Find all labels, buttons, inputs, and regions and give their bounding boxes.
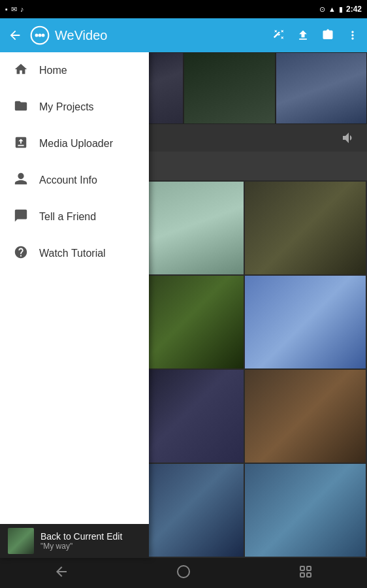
recents-nav-icon bbox=[298, 564, 313, 580]
wifi-icon: ▲ bbox=[328, 5, 336, 13]
nav-bar bbox=[0, 558, 367, 588]
alarm-icon: ⊙ bbox=[319, 5, 325, 14]
status-bar: ▪ ✉ ♪ ⊙ ▲ ▮ 2:42 bbox=[0, 0, 367, 18]
grid-cell[interactable] bbox=[245, 464, 366, 557]
status-time: 2:42 bbox=[346, 5, 362, 14]
app-bar-logo: WeVideo bbox=[8, 25, 272, 45]
person-icon bbox=[13, 172, 29, 189]
magic-wand-icon[interactable] bbox=[272, 29, 285, 42]
grid-cell[interactable] bbox=[245, 276, 366, 368]
grid-cell[interactable] bbox=[245, 370, 366, 463]
svg-rect-7 bbox=[300, 573, 304, 577]
media-icon: ♪ bbox=[20, 5, 24, 13]
back-nav-icon bbox=[54, 564, 69, 580]
notification-icon: ▪ bbox=[5, 5, 8, 13]
sidebar-item-home[interactable]: Home bbox=[0, 52, 149, 89]
film-cell[interactable] bbox=[184, 52, 276, 124]
svg-point-2 bbox=[39, 34, 42, 37]
app-bar: WeVideo bbox=[0, 18, 367, 52]
svg-rect-6 bbox=[307, 566, 311, 570]
edit-info: Back to Current Edit "My way" bbox=[40, 531, 141, 551]
home-button[interactable] bbox=[163, 559, 204, 587]
camera-icon[interactable] bbox=[321, 29, 334, 42]
volume-icon[interactable] bbox=[341, 130, 357, 146]
upload-box-icon bbox=[13, 135, 29, 153]
svg-rect-8 bbox=[307, 573, 311, 577]
drawer: Home My Projects Media Uploader bbox=[0, 52, 149, 558]
grid-cell[interactable] bbox=[245, 182, 366, 274]
sidebar-item-account-info-label: Account Info bbox=[39, 174, 97, 186]
recents-button[interactable] bbox=[285, 559, 327, 587]
sidebar-item-my-projects-label: My Projects bbox=[39, 101, 94, 113]
sidebar-item-tell-a-friend-label: Tell a Friend bbox=[39, 211, 96, 223]
wevideo-logo-icon bbox=[30, 25, 50, 45]
svg-rect-5 bbox=[300, 566, 304, 570]
battery-icon: ▮ bbox=[339, 5, 343, 14]
more-vertical-icon[interactable] bbox=[346, 29, 359, 42]
upload-icon[interactable] bbox=[296, 29, 310, 42]
edit-title: Back to Current Edit bbox=[40, 531, 141, 542]
chat-bubble-icon bbox=[13, 208, 29, 226]
home-nav-icon bbox=[176, 564, 191, 580]
app-bar-actions bbox=[272, 29, 359, 42]
help-circle-icon bbox=[13, 245, 29, 263]
bottom-edit-bar[interactable]: Back to Current Edit "My way" bbox=[0, 524, 149, 558]
sidebar-item-media-uploader-label: Media Uploader bbox=[39, 138, 113, 150]
sidebar-item-home-label: Home bbox=[39, 65, 67, 76]
email-icon: ✉ bbox=[11, 5, 17, 14]
sidebar-item-watch-tutorial-label: Watch Tutorial bbox=[39, 248, 106, 259]
folder-icon bbox=[13, 99, 29, 116]
sidebar-item-account-info[interactable]: Account Info bbox=[0, 162, 149, 199]
home-icon bbox=[13, 62, 29, 80]
svg-point-4 bbox=[178, 566, 189, 578]
svg-point-1 bbox=[35, 34, 39, 37]
status-bar-left: ▪ ✉ ♪ bbox=[5, 5, 24, 14]
back-button[interactable] bbox=[40, 559, 82, 587]
sidebar-item-my-projects[interactable]: My Projects bbox=[0, 89, 149, 125]
app-title: WeVideo bbox=[55, 28, 107, 43]
sidebar-item-media-uploader[interactable]: Media Uploader bbox=[0, 125, 149, 162]
svg-point-3 bbox=[42, 34, 45, 37]
edit-subtitle: "My way" bbox=[40, 542, 141, 551]
status-bar-right: ⊙ ▲ ▮ 2:42 bbox=[319, 5, 362, 14]
sidebar-item-watch-tutorial[interactable]: Watch Tutorial bbox=[0, 235, 149, 272]
back-arrow-icon[interactable] bbox=[8, 28, 22, 42]
film-cell[interactable] bbox=[276, 52, 368, 124]
sidebar-item-tell-a-friend[interactable]: Tell a Friend bbox=[0, 199, 149, 235]
main-content: IMAGES AUDIO Back to Current Edit bbox=[0, 52, 367, 558]
edit-thumbnail bbox=[8, 528, 34, 554]
